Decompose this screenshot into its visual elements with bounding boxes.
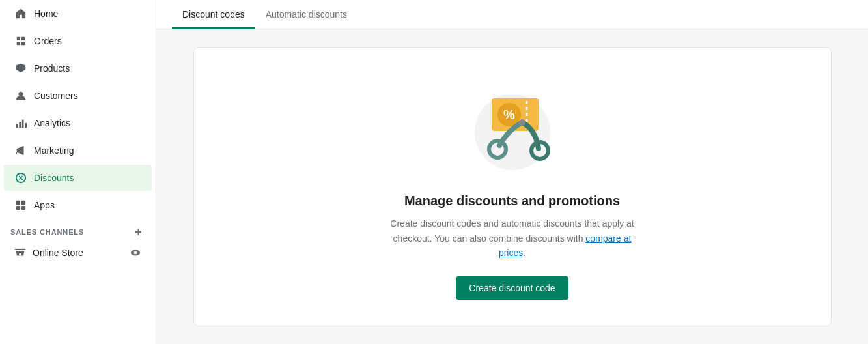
svg-rect-12	[16, 201, 20, 205]
sidebar-item-products[interactable]: Products	[4, 55, 152, 81]
svg-point-18	[134, 251, 137, 255]
apps-icon	[14, 199, 27, 212]
svg-text:%: %	[503, 108, 515, 122]
svg-point-10	[19, 176, 20, 177]
empty-state-card: % Manage discounts and promotions	[193, 47, 832, 326]
svg-point-11	[21, 179, 23, 180]
sidebar-item-online-store[interactable]: Online Store	[4, 242, 152, 264]
products-icon	[14, 62, 27, 75]
sidebar-item-label: Apps	[34, 200, 55, 210]
sidebar-item-marketing[interactable]: Marketing	[4, 137, 152, 164]
svg-rect-2	[17, 42, 20, 45]
sidebar-item-discounts[interactable]: Discounts	[4, 165, 152, 191]
sidebar-item-analytics[interactable]: Analytics	[4, 110, 152, 136]
sidebar-item-label: Analytics	[34, 118, 70, 128]
create-discount-code-button[interactable]: Create discount code	[456, 276, 568, 300]
sidebar: Home Orders Products Customers	[0, 0, 156, 344]
svg-point-26	[519, 119, 525, 126]
tab-automatic-discounts[interactable]: Automatic discounts	[255, 0, 357, 29]
svg-rect-3	[21, 42, 25, 45]
sidebar-item-label: Customers	[34, 91, 78, 101]
sales-channels-section: SALES CHANNELS +	[0, 219, 156, 241]
discounts-illustration: %	[460, 74, 565, 178]
svg-rect-7	[22, 120, 24, 128]
svg-rect-15	[21, 206, 25, 210]
svg-rect-8	[25, 123, 27, 128]
sidebar-item-orders[interactable]: Orders	[4, 28, 152, 54]
svg-rect-16	[19, 253, 21, 256]
customers-icon	[14, 89, 27, 102]
sidebar-item-home[interactable]: Home	[4, 1, 152, 27]
tab-discount-codes[interactable]: Discount codes	[172, 0, 255, 29]
sidebar-item-apps[interactable]: Apps	[4, 192, 152, 218]
svg-rect-14	[16, 206, 20, 210]
content-area: % Manage discounts and promotions	[156, 29, 868, 344]
empty-state-description: Create discount codes and automatic disc…	[389, 216, 636, 260]
marketing-icon	[14, 144, 27, 157]
sidebar-item-label: Discounts	[34, 173, 74, 183]
svg-rect-5	[16, 124, 18, 128]
svg-rect-1	[21, 37, 25, 40]
sales-channels-label: SALES CHANNELS	[10, 228, 84, 236]
discounts-icon	[14, 171, 27, 184]
svg-rect-0	[17, 37, 20, 40]
main-content: Discount codes Automatic discounts %	[156, 0, 868, 344]
svg-rect-13	[21, 201, 25, 205]
analytics-icon	[14, 117, 27, 130]
store-icon	[14, 247, 26, 259]
orders-icon	[14, 35, 27, 48]
tabs-bar: Discount codes Automatic discounts	[156, 0, 868, 29]
sidebar-item-label: Home	[34, 8, 58, 19]
svg-rect-6	[19, 122, 21, 128]
home-icon	[14, 7, 27, 20]
sidebar-item-label: Products	[34, 63, 70, 74]
sidebar-item-customers[interactable]: Customers	[4, 83, 152, 109]
online-store-label: Online Store	[33, 248, 83, 258]
empty-state-title: Manage discounts and promotions	[404, 194, 620, 208]
add-sales-channel-button[interactable]: +	[132, 225, 145, 238]
visibility-icon[interactable]	[130, 247, 141, 259]
sidebar-item-label: Marketing	[34, 145, 74, 156]
sidebar-item-label: Orders	[34, 36, 62, 46]
svg-point-4	[18, 92, 23, 96]
